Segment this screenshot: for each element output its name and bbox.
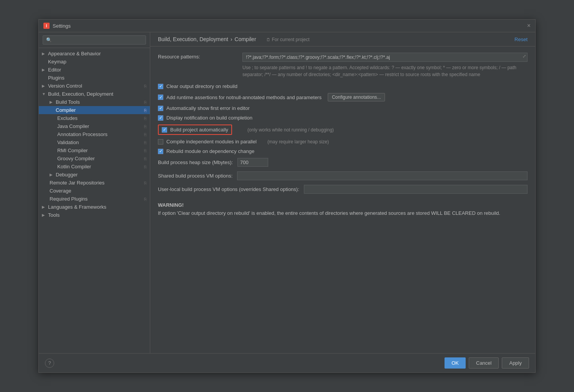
sidebar-item-label: Editor [48,67,61,73]
dialog-footer: ? OK Cancel Apply [39,353,535,372]
build-automatically-highlight-box: ✓ Build project automatically [158,125,232,135]
check-mark: ✓ [159,149,163,153]
sidebar-item-languages-frameworks[interactable]: ▶ Languages & Frameworks [39,203,150,211]
user-vm-label: User-local build process VM options (ove… [158,186,299,192]
checkbox-clear-output: ✓ Clear output directory on rebuild [158,83,528,89]
settings-dialog: I Settings × ▶ Appearance & Behavior Key… [38,19,536,373]
expand-arrow: ▶ [50,173,54,177]
sidebar: ▶ Appearance & Behavior Keymap ▶ Editor … [39,32,150,353]
rebuild-on-change-label: Rebuild module on dependency change [166,148,254,154]
sidebar-item-label: Version Control [48,83,82,89]
checkbox-display-notification: ✓ Display notification on build completi… [158,115,528,121]
sidebar-item-editor[interactable]: ▶ Editor [39,66,150,74]
resource-patterns-input[interactable] [242,53,528,62]
breadcrumb-parent: Build, Execution, Deployment [158,36,228,42]
sidebar-item-label: Java Compiler [57,123,89,129]
sidebar-item-version-control[interactable]: ▶ Version Control ⎘ [39,82,150,90]
expand-icon[interactable]: ⤢ [523,54,526,59]
sidebar-tree: ▶ Appearance & Behavior Keymap ▶ Editor … [39,48,150,353]
sidebar-item-annotation-processors[interactable]: Annotation Processors ⎘ [39,130,150,138]
sidebar-item-label: Kotlin Compiler [57,164,91,169]
sidebar-item-compiler[interactable]: Compiler ⎘ [39,106,150,114]
sidebar-item-label: Languages & Frameworks [48,204,106,210]
checkbox-add-runtime-row: ✓ Add runtime assertions for notnull-ann… [158,93,528,101]
expand-arrow: ▼ [42,92,46,96]
auto-show-error-checkbox[interactable]: ✓ [158,106,163,111]
sidebar-item-keymap[interactable]: Keymap [39,58,150,66]
main-scroll: Resource patterns: ⤢ Use ; to separate p… [150,47,535,353]
ok-button[interactable]: OK [445,357,466,369]
copy-icon: ⎘ [144,164,147,169]
sidebar-item-build-exec-deploy[interactable]: ▼ Build, Execution, Deployment [39,90,150,98]
main-header: Build, Execution, Deployment › Compiler … [150,32,535,47]
sidebar-item-required-plugins[interactable]: Required Plugins ⎘ [39,195,150,203]
expand-arrow: ▶ [42,205,46,209]
rebuild-on-change-checkbox[interactable]: ✓ [158,149,163,154]
compile-parallel-checkbox[interactable] [158,139,163,145]
dialog-body: ▶ Appearance & Behavior Keymap ▶ Editor … [39,32,535,353]
warning-title: WARNING! [158,201,528,209]
title-bar-left: I Settings [43,23,71,29]
sidebar-item-appearance[interactable]: ▶ Appearance & Behavior [39,50,150,58]
sidebar-item-debugger[interactable]: ▶ Debugger [39,171,150,179]
window-title: Settings [53,23,71,29]
footer-right: OK Cancel Apply [445,357,529,369]
sidebar-item-label: Appearance & Behavior [48,51,101,56]
search-input[interactable] [43,35,146,45]
sidebar-item-groovy-compiler[interactable]: Groovy Compiler ⎘ [39,154,150,163]
help-button[interactable]: ? [45,359,54,368]
search-box [39,32,150,48]
close-button[interactable]: × [527,23,531,29]
heap-size-input[interactable] [237,158,268,167]
sidebar-item-label: Annotation Processors [57,131,108,137]
copy-icon: ⎘ [144,100,147,105]
compile-parallel-label: Compile independent modules in parallel [166,139,257,145]
sidebar-item-label: Compiler [56,107,76,113]
sidebar-item-remote-jar-repos[interactable]: Remote Jar Repositories ⎘ [39,179,150,187]
check-mark: ✓ [159,106,163,110]
sidebar-item-label: Debugger [56,172,78,178]
breadcrumb-separator: › [231,36,232,42]
shared-vm-input[interactable] [237,171,528,180]
compile-parallel-row: Compile independent modules in parallel … [158,139,528,145]
add-runtime-checkbox[interactable]: ✓ [158,95,163,100]
copy-icon: ⎘ [144,124,147,129]
sidebar-item-excludes[interactable]: Excludes ⎘ [39,114,150,122]
sidebar-item-label: Groovy Compiler [57,156,95,161]
sidebar-item-validation[interactable]: Validation ⎘ [39,138,150,146]
sidebar-item-kotlin-compiler[interactable]: Kotlin Compiler ⎘ [39,163,150,171]
sidebar-item-coverage[interactable]: Coverage [39,187,150,195]
check-mark: ✓ [159,95,163,100]
expand-arrow: ▶ [42,51,46,56]
sidebar-item-java-compiler[interactable]: Java Compiler ⎘ [39,122,150,130]
resource-input-wrapper: ⤢ [242,53,528,62]
sidebar-item-label: Excludes [57,115,78,121]
sidebar-item-rmi-compiler[interactable]: RMI Compiler ⎘ [39,146,150,154]
sidebar-item-label: Tools [48,212,60,218]
display-notification-checkbox[interactable]: ✓ [158,115,163,121]
apply-button[interactable]: Apply [502,357,529,369]
copy-icon: ⎘ [144,148,147,153]
build-automatically-label: Build project automatically [170,127,228,133]
copy-icon: ⎘ [144,181,147,185]
build-automatically-checkbox[interactable]: ✓ [162,127,167,133]
breadcrumb-current: Compiler [235,36,256,42]
sidebar-item-label: Build Tools [56,99,80,105]
sidebar-item-build-tools[interactable]: ▶ Build Tools ⎘ [39,98,150,106]
clear-output-checkbox[interactable]: ✓ [158,84,163,89]
build-automatically-row: ✓ Build project automatically (only work… [158,125,528,135]
heap-size-label: Build process heap size (Mbytes): [158,159,233,165]
expand-arrow: ▶ [42,84,46,88]
copy-icon: ⎘ [144,156,147,161]
configure-annotations-button[interactable]: Configure annotations... [328,93,385,101]
sidebar-item-plugins[interactable]: Plugins [39,74,150,82]
user-vm-input[interactable] [304,185,528,194]
reset-button[interactable]: Reset [514,37,528,42]
resource-patterns-value-col: ⤢ Use ; to separate patterns and ! to ne… [242,53,528,78]
sidebar-item-tools[interactable]: ▶ Tools [39,211,150,219]
app-icon: I [43,23,50,29]
copy-icon: ⎘ [144,140,147,145]
cancel-button[interactable]: Cancel [469,357,499,369]
breadcrumb: Build, Execution, Deployment › Compiler … [158,36,310,42]
sidebar-item-label: Coverage [50,188,71,194]
